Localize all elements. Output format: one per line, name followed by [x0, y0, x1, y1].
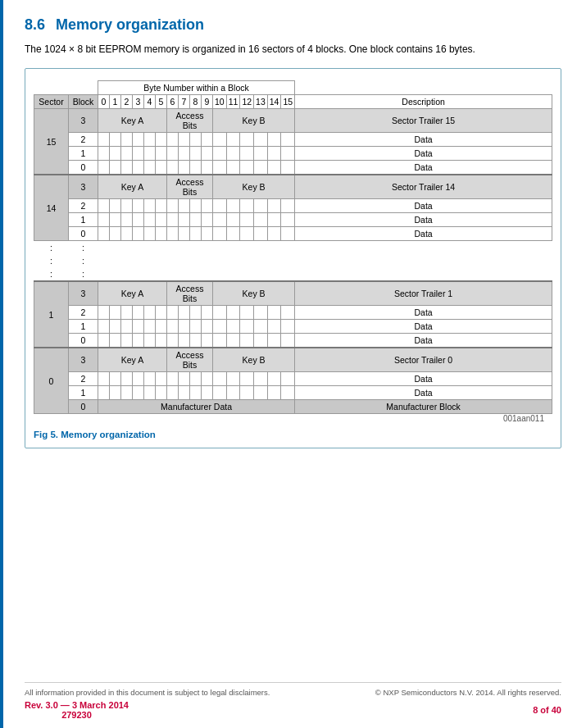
- byte-4: 4: [144, 95, 156, 109]
- dots-block: :: [69, 267, 98, 281]
- dots-cell: [156, 267, 167, 281]
- table-row: ::: [34, 241, 552, 255]
- data-byte-cell: [133, 133, 144, 147]
- byte-9: 9: [202, 95, 213, 109]
- data-byte-cell: [240, 320, 254, 334]
- data-byte-cell: [179, 372, 190, 386]
- description-cell: Data: [295, 133, 552, 147]
- description-cell: Data: [295, 320, 552, 334]
- data-byte-cell: [226, 227, 240, 241]
- data-byte-cell: [254, 213, 268, 227]
- byte-7: 7: [179, 95, 190, 109]
- dots-cell: [167, 241, 179, 255]
- table-row: 153Key AAccess BitsKey BSector Trailer 1…: [34, 109, 552, 133]
- data-byte-cell: [144, 133, 156, 147]
- data-byte-cell: [226, 372, 240, 386]
- data-byte-cell: [121, 213, 133, 227]
- description-cell: Data: [295, 372, 552, 386]
- table-row: 13Key AAccess BitsKey BSector Trailer 1: [34, 281, 552, 306]
- dots-cell: [144, 267, 156, 281]
- data-byte-cell: [156, 334, 167, 348]
- data-byte-cell: [167, 386, 179, 400]
- footer-copyright: © NXP Semiconductors N.V. 2014. All righ…: [375, 688, 561, 697]
- data-byte-cell: [213, 199, 227, 213]
- page: 8.6 Memory organization The 1024 × 8 bit…: [0, 0, 586, 728]
- data-byte-cell: [202, 320, 213, 334]
- data-byte-cell: [226, 306, 240, 320]
- data-byte-cell: [133, 372, 144, 386]
- byte-11: 11: [226, 95, 240, 109]
- data-byte-cell: [240, 161, 254, 175]
- data-byte-cell: [98, 147, 110, 161]
- data-byte-cell: [110, 161, 121, 175]
- data-byte-cell: [202, 199, 213, 213]
- dots-sector: :: [34, 267, 69, 281]
- key-a-cell: Key A: [98, 281, 167, 306]
- dots-cell: [267, 254, 281, 267]
- data-byte-cell: [202, 161, 213, 175]
- data-byte-cell: [267, 372, 281, 386]
- data-byte-cell: [179, 199, 190, 213]
- dots-cell: [240, 254, 254, 267]
- data-byte-cell: [110, 199, 121, 213]
- description-cell: Data: [295, 161, 552, 175]
- data-byte-cell: [202, 133, 213, 147]
- data-byte-cell: [281, 213, 295, 227]
- dots-cell: [213, 241, 227, 255]
- data-byte-cell: [121, 227, 133, 241]
- data-byte-cell: [156, 161, 167, 175]
- footer-bottom-row: Rev. 3.0 — 3 March 2014 279230 8 of 40: [25, 700, 561, 720]
- data-byte-cell: [226, 133, 240, 147]
- data-byte-cell: [190, 147, 202, 161]
- data-byte-cell: [190, 306, 202, 320]
- access-bits-cell: Access Bits: [167, 109, 213, 133]
- description-cell: Sector Trailer 0: [295, 348, 552, 372]
- description-cell: Sector Trailer 15: [295, 109, 552, 133]
- data-byte-cell: [281, 133, 295, 147]
- data-byte-cell: [240, 199, 254, 213]
- data-byte-cell: [213, 161, 227, 175]
- data-byte-cell: [133, 213, 144, 227]
- data-byte-cell: [226, 386, 240, 400]
- data-byte-cell: [144, 227, 156, 241]
- data-byte-cell: [144, 147, 156, 161]
- data-byte-cell: [190, 227, 202, 241]
- description-cell: Data: [295, 306, 552, 320]
- data-byte-cell: [267, 147, 281, 161]
- data-byte-cell: [254, 334, 268, 348]
- data-byte-cell: [213, 213, 227, 227]
- data-byte-cell: [98, 227, 110, 241]
- data-byte-cell: [167, 227, 179, 241]
- table-row: 143Key AAccess BitsKey BSector Trailer 1…: [34, 175, 552, 199]
- data-byte-cell: [167, 334, 179, 348]
- data-byte-cell: [281, 199, 295, 213]
- col-description: Description: [295, 95, 552, 109]
- data-byte-cell: [121, 372, 133, 386]
- data-byte-cell: [156, 213, 167, 227]
- data-byte-cell: [267, 306, 281, 320]
- dots-cell: [240, 241, 254, 255]
- key-b-cell: Key B: [213, 175, 295, 199]
- data-byte-cell: [144, 306, 156, 320]
- data-byte-cell: [110, 147, 121, 161]
- data-byte-cell: [98, 306, 110, 320]
- data-byte-cell: [213, 306, 227, 320]
- data-byte-cell: [121, 161, 133, 175]
- table-row: 1Data: [34, 213, 552, 227]
- data-byte-cell: [167, 320, 179, 334]
- byte-12: 12: [240, 95, 254, 109]
- key-a-cell: Key A: [98, 348, 167, 372]
- dots-cell: [133, 241, 144, 255]
- byte-number-header: Byte Number within a Block: [98, 81, 295, 95]
- sector-header-empty: [34, 81, 69, 95]
- dots-block: :: [69, 254, 98, 267]
- table-row: 0Data: [34, 227, 552, 241]
- data-byte-cell: [254, 133, 268, 147]
- description-cell: Data: [295, 199, 552, 213]
- sector-number: 0: [34, 348, 69, 414]
- data-byte-cell: [110, 372, 121, 386]
- memory-table-wrap: Byte Number within a Block Sector Block …: [34, 80, 552, 414]
- block-number: 1: [69, 213, 98, 227]
- dots-cell: [254, 241, 268, 255]
- dots-cell: [121, 267, 133, 281]
